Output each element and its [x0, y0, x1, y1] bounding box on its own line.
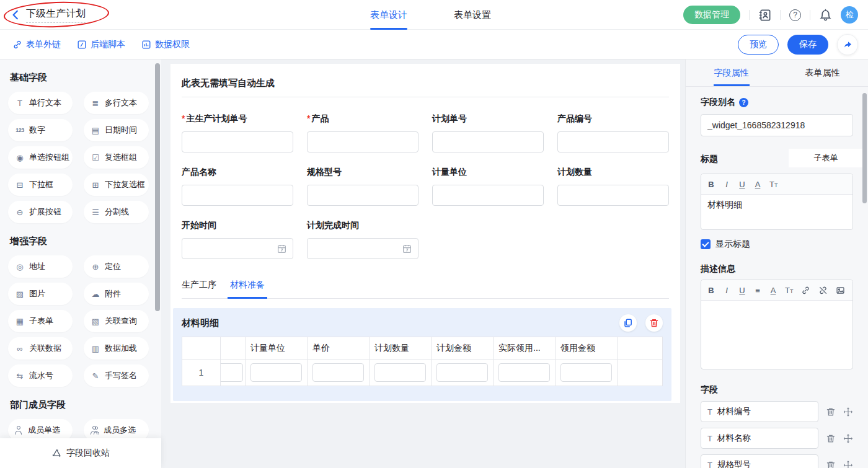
field-plan-qty[interactable]: 计划数量	[557, 167, 669, 206]
checkbox-checked-icon[interactable]	[701, 239, 711, 249]
copy-widget-button[interactable]	[619, 314, 637, 332]
form-external-link[interactable]: 表单外链	[12, 39, 61, 50]
italic-button[interactable]: I	[723, 286, 730, 295]
data-manage-button[interactable]: 数据管理	[683, 6, 740, 24]
field-type-location[interactable]: ⊕定位	[84, 255, 149, 278]
field-type-number[interactable]: 123数字	[8, 119, 73, 141]
move-field-handle[interactable]	[843, 433, 853, 444]
field-type-divider[interactable]: ☰分割线	[84, 201, 149, 223]
field-type-subform[interactable]: ▦子表单	[8, 310, 73, 332]
text-input[interactable]	[557, 185, 669, 206]
field-plan-no[interactable]: 计划单号	[432, 113, 544, 152]
delete-widget-button[interactable]	[645, 314, 663, 332]
field-spec-model[interactable]: 规格型号	[307, 167, 418, 206]
move-field-handle[interactable]	[843, 460, 853, 468]
field-type-select[interactable]: ⊟下拉框	[8, 174, 73, 196]
description-editor-content[interactable]	[701, 301, 852, 369]
sidebar-scrollbar[interactable]	[155, 63, 160, 311]
remove-link-button[interactable]	[818, 286, 828, 295]
backend-script-link[interactable]: 后端脚本	[77, 39, 125, 50]
delete-field-button[interactable]	[826, 460, 836, 468]
font-size-button[interactable]: T	[769, 180, 777, 189]
font-color-button[interactable]: A	[754, 180, 761, 189]
tab-form-settings[interactable]: 表单设置	[454, 0, 491, 30]
field-unit[interactable]: 计量单位	[432, 167, 544, 206]
field-type-attachment[interactable]: ☁附件	[84, 283, 149, 305]
show-title-checkbox-row[interactable]: 显示标题	[701, 239, 853, 250]
text-input[interactable]	[307, 185, 418, 206]
user-avatar[interactable]: 检	[841, 6, 858, 24]
field-type-extend-button[interactable]: ⊖扩展按钮	[8, 201, 73, 223]
cell-input[interactable]	[374, 363, 426, 382]
text-input[interactable]	[182, 185, 293, 206]
tab-field-properties[interactable]: 字段属性	[686, 60, 777, 86]
field-product-name[interactable]: 产品名称	[182, 167, 293, 206]
text-input[interactable]	[432, 131, 544, 152]
insert-image-button[interactable]	[836, 286, 845, 295]
data-permission-link[interactable]: 数据权限	[141, 39, 190, 50]
bold-button[interactable]: B	[707, 180, 715, 189]
cell-input[interactable]	[436, 363, 488, 382]
field-type-multi-line-text[interactable]: ≣多行文本	[84, 92, 149, 114]
field-product[interactable]: *产品	[307, 113, 418, 152]
alias-help-icon[interactable]: ?	[739, 98, 748, 107]
field-type-serial-number[interactable]: ⇆流水号	[8, 364, 73, 387]
delete-field-button[interactable]	[826, 433, 836, 444]
cell-input[interactable]	[312, 363, 364, 382]
field-recycle-bin[interactable]: 字段回收站	[0, 438, 161, 468]
save-button[interactable]: 保存	[787, 35, 828, 55]
field-type-checkbox-group[interactable]: ☑复选框组	[84, 146, 149, 169]
back-icon[interactable]	[10, 9, 21, 20]
field-plan-finish-time[interactable]: 计划完成时间	[307, 220, 418, 259]
help-icon[interactable]: ?	[789, 9, 801, 21]
field-type-signature[interactable]: ✎手写签名	[84, 364, 149, 387]
insert-link-button[interactable]	[801, 286, 810, 295]
title-editor-content[interactable]: 材料明细	[701, 195, 852, 229]
text-input[interactable]	[182, 131, 293, 152]
form-title[interactable]: 下级生产计划	[26, 7, 86, 23]
text-input[interactable]	[432, 185, 544, 206]
tab-form-properties[interactable]: 表单属性	[777, 60, 868, 86]
panel-scrollbar[interactable]	[862, 93, 867, 203]
field-start-time[interactable]: 开始时间	[182, 220, 293, 259]
tab-form-design[interactable]: 表单设计	[370, 0, 407, 30]
field-type-linked-data[interactable]: ∞关联数据	[8, 337, 73, 360]
subform-widget-selected[interactable]: 材料明细 计量单位 单价 计划数量	[173, 308, 671, 401]
field-type-address[interactable]: ◎地址	[8, 255, 73, 278]
notification-bell-icon[interactable]	[819, 9, 832, 22]
contacts-icon[interactable]	[758, 9, 771, 22]
share-button[interactable]	[837, 34, 858, 55]
divider-field-title[interactable]: 此表无需填写自动生成	[182, 77, 669, 89]
bold-button[interactable]: B	[707, 286, 715, 295]
field-type-data-load[interactable]: ▥数据加载	[84, 337, 149, 360]
cell-input[interactable]	[498, 363, 550, 382]
cell-input[interactable]	[250, 363, 302, 382]
cell-input[interactable]	[560, 363, 612, 382]
subform-field-material-code[interactable]: T 材料编号	[701, 401, 818, 422]
date-input[interactable]	[307, 238, 418, 259]
align-button[interactable]: ≡	[754, 286, 761, 295]
tab-production-process[interactable]: 生产工序	[182, 273, 216, 298]
field-type-radio-group[interactable]: ◉单选按钮组	[8, 146, 73, 169]
field-type-linked-query[interactable]: ▧关联查询	[84, 310, 149, 332]
text-input[interactable]	[307, 131, 418, 152]
subform-field-material-name[interactable]: T 材料名称	[701, 428, 818, 449]
field-type-single-line-text[interactable]: T单行文本	[8, 92, 73, 114]
field-alias-input[interactable]	[701, 114, 853, 136]
field-type-datetime[interactable]: ▤日期时间	[84, 119, 149, 141]
move-field-handle[interactable]	[843, 407, 853, 417]
field-master-plan-no[interactable]: *主生产计划单号	[182, 113, 293, 152]
font-color-button[interactable]: A	[769, 286, 777, 295]
underline-button[interactable]: U	[738, 286, 746, 295]
field-type-multi-select[interactable]: ⊞下拉复选框	[84, 174, 149, 196]
date-input[interactable]	[182, 238, 293, 259]
subform-field-spec-model[interactable]: T 规格型号	[701, 454, 818, 468]
underline-button[interactable]: U	[738, 180, 746, 189]
field-type-image[interactable]: ▨图片	[8, 283, 73, 305]
text-input[interactable]	[557, 131, 669, 152]
cell-input[interactable]	[221, 363, 243, 382]
delete-field-button[interactable]	[826, 407, 836, 417]
font-size-button[interactable]: T	[785, 286, 793, 295]
italic-button[interactable]: I	[723, 180, 730, 189]
preview-button[interactable]: 预览	[738, 35, 779, 55]
